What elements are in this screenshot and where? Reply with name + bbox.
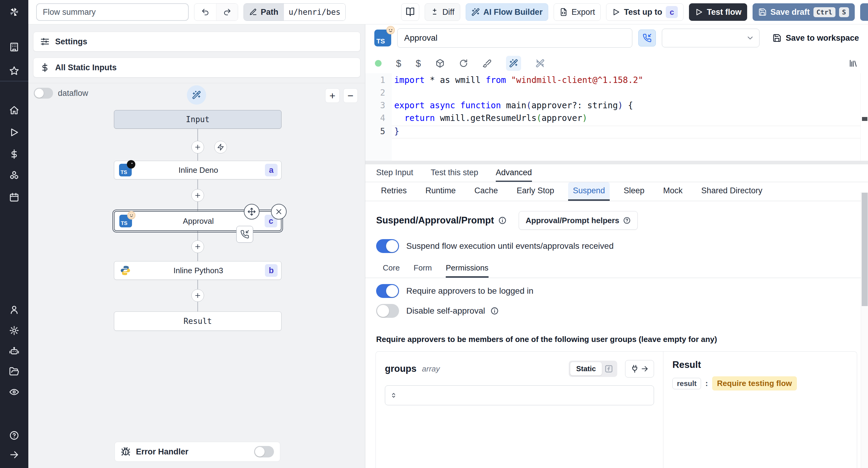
sidebar-item-favorites[interactable] <box>0 62 28 79</box>
sidebar-item-audit[interactable] <box>0 384 28 401</box>
result-key-pill[interactable]: result <box>673 378 701 389</box>
graph-node-input[interactable]: Input <box>114 110 281 129</box>
connect-input-button[interactable] <box>625 360 654 378</box>
paintbrush-icon <box>483 59 492 68</box>
sidebar-item-runs[interactable] <box>0 124 28 141</box>
require-login-toggle[interactable] <box>376 284 399 298</box>
insert-step-button[interactable] <box>191 289 204 302</box>
chevrons-up-down-icon <box>390 392 397 399</box>
disable-self-approval-toggle[interactable] <box>376 304 399 318</box>
ai-disable-button[interactable] <box>535 59 545 68</box>
tab-permissions[interactable]: Permissions <box>446 259 489 278</box>
folder-open-icon <box>9 367 19 377</box>
tab-core[interactable]: Core <box>383 259 400 278</box>
subtab-early-stop[interactable]: Early Stop <box>512 182 559 201</box>
tab-step-input[interactable]: Step Input <box>376 164 413 182</box>
save-to-workspace-button[interactable]: Save to workspace <box>772 33 859 43</box>
step-name-input[interactable] <box>397 28 632 48</box>
subtab-sleep[interactable]: Sleep <box>619 182 649 201</box>
sidebar-item-users[interactable] <box>0 301 28 318</box>
approval-prompt-helpers-button[interactable]: Approval/Prompt helpers <box>519 211 638 230</box>
insert-step-button[interactable] <box>191 240 204 253</box>
format-button[interactable] <box>483 59 492 68</box>
eye-icon <box>9 387 19 397</box>
tab-advanced[interactable]: Advanced <box>496 164 532 182</box>
panel-scrollbar-track[interactable] <box>861 192 868 468</box>
insert-step-button[interactable] <box>191 141 204 153</box>
subtab-runtime[interactable]: Runtime <box>421 182 461 201</box>
panel-scrollbar-thumb[interactable] <box>862 193 868 306</box>
graph-node-result[interactable]: Result <box>114 312 281 331</box>
flow-summary-input[interactable] <box>36 3 189 21</box>
windmill-logo[interactable] <box>0 4 28 21</box>
path-button[interactable]: Path u/henri/bes <box>244 3 346 21</box>
export-label: Export <box>571 7 595 17</box>
disable-self-approval-row: Disable self-approval <box>376 304 499 318</box>
subtab-retries[interactable]: Retries <box>376 182 412 201</box>
delete-node-button[interactable] <box>271 204 287 220</box>
dataflow-label: dataflow <box>58 89 88 98</box>
graph-node-inline-python3[interactable]: Inline Python3 b <box>114 261 281 280</box>
sidebar-item-home[interactable] <box>0 102 28 119</box>
lang-label: TS <box>376 37 385 45</box>
subtab-cache[interactable]: Cache <box>470 182 503 201</box>
code-line-1: import * as wmill from "windmill-client@… <box>394 75 643 85</box>
javascript-mode-button[interactable] <box>602 362 616 375</box>
python-icon <box>119 264 132 277</box>
insert-variable-button[interactable]: $ <box>396 59 401 68</box>
package-button[interactable] <box>435 59 444 68</box>
static-mode-button[interactable]: Static <box>570 362 602 375</box>
editor-resize-handle[interactable] <box>365 161 868 164</box>
zoom-in-button[interactable]: + <box>325 88 340 103</box>
zoom-out-button[interactable]: − <box>343 88 358 103</box>
sidebar-item-workers[interactable] <box>0 343 28 360</box>
move-node-button[interactable] <box>244 204 259 220</box>
subtab-suspend[interactable]: Suspend <box>568 182 610 201</box>
flow-settings-button[interactable]: Settings <box>33 32 361 52</box>
sidebar-expand[interactable] <box>0 446 28 463</box>
suspend-flow-toggle[interactable] <box>376 239 399 253</box>
sidebar-item-variables[interactable] <box>0 146 28 163</box>
save-draft-button[interactable]: Save draft Ctrl S <box>752 3 855 21</box>
diff-button[interactable]: Diff <box>425 3 460 21</box>
test-up-to-button[interactable]: Test up to c <box>606 3 684 21</box>
dataflow-toggle[interactable] <box>34 88 53 98</box>
panel-divider <box>28 83 365 83</box>
sidebar-item-help[interactable] <box>0 427 28 444</box>
ai-assistant-button[interactable] <box>506 56 521 71</box>
insert-step-button[interactable] <box>191 189 204 202</box>
deploy-button-partial[interactable] <box>860 3 868 21</box>
insert-resource-button[interactable]: $ <box>415 59 421 68</box>
code-editor[interactable]: 1 2 3 4 5 import * as wmill from "windmi… <box>365 73 868 161</box>
suspend-mode-button[interactable] <box>638 30 656 47</box>
error-handler-card[interactable]: Error Handler <box>115 442 280 462</box>
sidebar-item-resources[interactable] <box>0 167 28 184</box>
help-circle-icon <box>623 216 631 224</box>
ai-graph-assistant-button[interactable] <box>187 85 206 105</box>
sidebar-item-workspace[interactable] <box>0 38 28 56</box>
graph-node-inline-deno[interactable]: TS Inline Deno a <box>114 161 281 179</box>
star-icon <box>9 66 19 76</box>
sidebar-item-settings[interactable] <box>0 322 28 339</box>
add-trigger-button[interactable] <box>214 141 227 153</box>
suspend-toggle-row: Suspend flow execution until events/appr… <box>376 239 614 253</box>
docs-button[interactable] <box>401 3 419 21</box>
subtab-mock[interactable]: Mock <box>658 182 687 201</box>
tag-select[interactable] <box>662 29 760 47</box>
tab-test-this-step[interactable]: Test this step <box>431 164 478 182</box>
undo-button[interactable] <box>194 4 216 21</box>
error-handler-toggle[interactable] <box>254 446 274 458</box>
script-library-button[interactable] <box>849 59 858 68</box>
suspend-approval-indicator[interactable] <box>236 226 253 243</box>
groups-array-input[interactable] <box>385 385 654 405</box>
subtab-shared-directory[interactable]: Shared Directory <box>696 182 767 201</box>
test-flow-button[interactable]: Test flow <box>689 3 747 21</box>
sidebar-item-folders[interactable] <box>0 363 28 380</box>
ai-flow-builder-button[interactable]: AI Flow Builder <box>466 3 549 21</box>
export-button[interactable]: Export <box>554 3 601 21</box>
reload-button[interactable] <box>459 59 468 68</box>
redo-button[interactable] <box>216 4 238 21</box>
tab-form[interactable]: Form <box>413 259 432 278</box>
sidebar-item-schedules[interactable] <box>0 189 28 206</box>
all-static-inputs-button[interactable]: All Static Inputs <box>33 58 361 78</box>
